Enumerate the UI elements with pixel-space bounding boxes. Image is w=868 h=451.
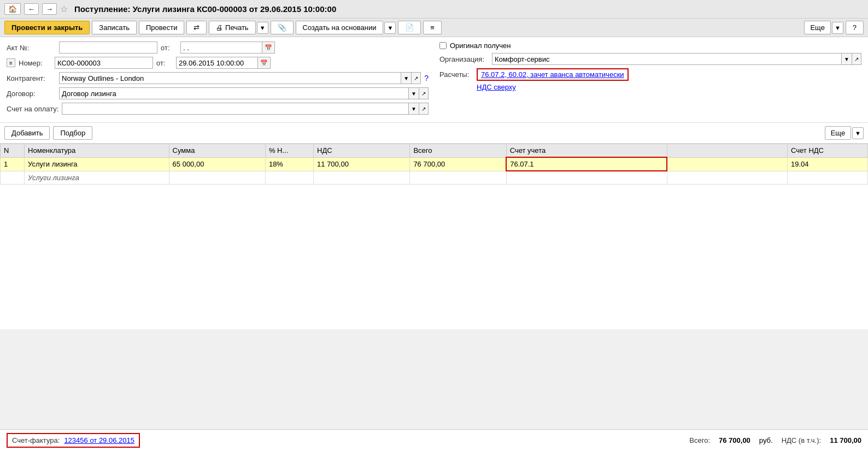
original-label: Оригинал получен	[450, 41, 511, 50]
forward-button[interactable]: →	[42, 3, 57, 15]
subrow-schet-nds	[788, 171, 868, 184]
number-input-group	[55, 57, 153, 69]
col-schet-nds: Счет НДС	[788, 144, 868, 158]
more-button[interactable]: Еще	[804, 21, 830, 34]
home-button[interactable]: 🏠	[4, 3, 21, 15]
cell-nds: 11 700,00	[314, 157, 410, 171]
contragent-input[interactable]	[59, 72, 401, 84]
create-basis-button[interactable]: Создать на основании	[296, 21, 384, 34]
add-button[interactable]: Добавить	[4, 126, 50, 140]
subrow-summa	[169, 171, 265, 184]
contragent-label: Контрагент:	[7, 74, 56, 82]
nds-sverhu-row: НДС сверху	[439, 83, 861, 91]
save-button[interactable]: Записать	[92, 21, 137, 34]
col-nds: НДС	[314, 144, 410, 158]
org-label: Организация:	[439, 55, 489, 63]
subrow-extra	[667, 171, 787, 184]
table-body: 1 Услуги лизинга 65 000,00 18% 11 700,00…	[1, 157, 868, 184]
schet-oplaty-open-button[interactable]: ↗	[419, 103, 429, 115]
akt-row: Акт №: от: 📅	[7, 41, 429, 54]
dogovor-input[interactable]	[59, 87, 409, 99]
akt-date-group: 📅	[180, 41, 275, 54]
schet-oplaty-input[interactable]	[62, 103, 409, 115]
contragent-help-button[interactable]: ?	[424, 74, 429, 82]
col-n: N	[1, 144, 25, 158]
akt-date-input[interactable]	[180, 41, 262, 54]
contragent-open-button[interactable]: ↗	[412, 72, 421, 84]
nds-sverhu-link[interactable]: НДС сверху	[477, 83, 516, 91]
cell-nomenclature: Услуги лизинга	[25, 157, 169, 171]
print-button[interactable]: 🖨 Печать	[209, 21, 255, 34]
doc-small-icon: ≡	[7, 58, 15, 67]
left-col: Акт №: от: 📅 ≡ Номер: от:	[7, 41, 429, 118]
akt-label: Акт №:	[7, 44, 56, 52]
title-bar: 🏠 ← → ☆ Поступление: Услуги лизинга КС00…	[0, 0, 868, 19]
contragent-dropdown-button[interactable]: ▼	[401, 72, 412, 84]
printer-icon: 🖨	[216, 23, 223, 32]
akt-input[interactable]	[59, 41, 157, 54]
dogovor-label: Договор:	[7, 90, 56, 98]
number-date-input[interactable]	[176, 57, 258, 69]
col-summa: Сумма	[169, 144, 265, 158]
cell-vsego: 76 700,00	[410, 157, 506, 171]
dogovor-open-button[interactable]: ↗	[419, 87, 429, 99]
exchange-button[interactable]: ⇄	[186, 21, 207, 34]
dogovor-input-group: ▼ ↗	[59, 87, 429, 99]
schet-oplaty-label: Счет на оплату:	[7, 105, 58, 113]
col-extra	[667, 144, 787, 158]
form-area: Акт №: от: 📅 ≡ Номер: от:	[0, 37, 868, 123]
conduct-button[interactable]: Провести	[139, 21, 185, 34]
org-dropdown-button[interactable]: ▼	[842, 53, 852, 65]
print-group: 🖨 Печать ▼	[209, 21, 268, 34]
cell-n: 1	[1, 157, 25, 171]
more-group: Еще ▼	[804, 21, 843, 34]
back-icon: ←	[28, 5, 35, 13]
number-input[interactable]	[55, 57, 153, 69]
number-from-label: от:	[156, 59, 173, 67]
original-checkbox[interactable]	[439, 42, 447, 49]
akt-calendar-button[interactable]: 📅	[262, 41, 275, 54]
number-row: ≡ Номер: от: 📅	[7, 57, 429, 69]
number-calendar-button[interactable]: 📅	[258, 57, 271, 69]
create-basis-group: Создать на основании ▼	[296, 21, 396, 34]
akt-from-label: от:	[161, 44, 177, 52]
org-open-button[interactable]: ↗	[852, 53, 861, 65]
cell-percent: 18%	[265, 157, 313, 171]
table-header: N Номенклатура Сумма % Н... НДС Всего Сч…	[1, 144, 868, 158]
raschety-link[interactable]: 76.07.2, 60.02, зачет аванса автоматичес…	[481, 70, 624, 79]
subrow-percent	[265, 171, 313, 184]
org-row: Организация: ▼ ↗	[439, 53, 861, 65]
col-nomenclature: Номенклатура	[25, 144, 169, 158]
home-icon: 🏠	[8, 5, 17, 13]
col-schet-ucheta: Счет учета	[506, 144, 667, 158]
paperclip-button[interactable]: 📎	[271, 21, 294, 34]
raschety-row: Расчеты: 76.07.2, 60.02, зачет аванса ав…	[439, 68, 861, 81]
conduct-and-close-button[interactable]: Провести и закрыть	[4, 21, 90, 34]
org-input[interactable]	[492, 53, 842, 65]
subrow-schet-ucheta	[506, 171, 667, 184]
print-arrow-button[interactable]: ▼	[257, 22, 268, 34]
more-arrow-button[interactable]: ▼	[832, 22, 843, 34]
doc-icon2-button[interactable]: ≡	[423, 21, 442, 34]
help-button[interactable]: ?	[846, 21, 864, 34]
schet-oplaty-dropdown-button[interactable]: ▼	[409, 103, 419, 115]
table-row: 1 Услуги лизинга 65 000,00 18% 11 700,00…	[1, 157, 868, 171]
dogovor-dropdown-button[interactable]: ▼	[409, 87, 419, 99]
create-basis-arrow-button[interactable]: ▼	[384, 22, 396, 34]
cell-extra	[667, 157, 787, 171]
subrow-n	[1, 171, 25, 184]
col-vsego: Всего	[410, 144, 506, 158]
raschety-label: Расчеты:	[439, 70, 472, 79]
table-more-button[interactable]: Еще	[825, 126, 851, 140]
select-button[interactable]: Подбор	[53, 126, 92, 140]
back-button[interactable]: ←	[24, 3, 39, 15]
subrow-nds	[314, 171, 410, 184]
doc-icon1-button[interactable]: 📄	[398, 21, 421, 34]
page-title: Поступление: Услуги лизинга КС00-000003 …	[74, 4, 336, 14]
star-icon[interactable]: ☆	[60, 4, 68, 14]
contragent-row: Контрагент: ▼ ↗ ?	[7, 72, 429, 84]
table-subrow: Услуги лизинга	[1, 171, 868, 184]
col-percent: % Н...	[265, 144, 313, 158]
toolbar: Провести и закрыть Записать Провести ⇄ 🖨…	[0, 19, 868, 37]
table-more-arrow-button[interactable]: ▼	[852, 127, 864, 139]
